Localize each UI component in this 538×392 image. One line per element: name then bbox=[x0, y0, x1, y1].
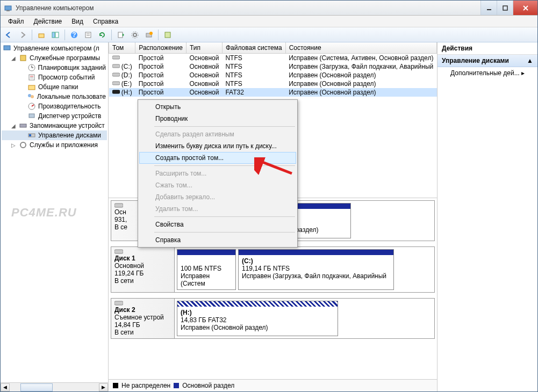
disk-partitions: 100 МБ NTFSИсправен (Систем(C:)119,14 ГБ… bbox=[175, 247, 434, 292]
col-tom[interactable]: Том bbox=[109, 42, 135, 54]
svg-point-16 bbox=[149, 32, 153, 35]
titlebar: Управление компьютером bbox=[1, 1, 537, 16]
tree-item[interactable]: Диспетчер устройств bbox=[2, 111, 107, 121]
actions-header: Действия bbox=[437, 42, 537, 55]
menu-view[interactable]: Вид bbox=[67, 17, 88, 26]
svg-rect-26 bbox=[28, 85, 35, 90]
table-row[interactable]: (E:)ПростойОсновнойNTFSИсправен (Основно… bbox=[109, 79, 437, 88]
toolbar: ? bbox=[1, 27, 537, 42]
col-fs[interactable]: Файловая система bbox=[222, 42, 285, 54]
help-icon[interactable]: ? bbox=[68, 29, 80, 41]
tree-item[interactable]: Просмотр событий bbox=[2, 72, 107, 82]
scroll-thumb[interactable] bbox=[20, 383, 53, 391]
col-state[interactable]: Состояние bbox=[285, 42, 436, 54]
legend-unalloc-label: Не распределен bbox=[121, 382, 170, 389]
disk: Диск 1Основной119,24 ГБВ сети100 МБ NTFS… bbox=[111, 246, 435, 293]
tree-hscroll[interactable]: ◀ ▶ bbox=[1, 382, 108, 391]
export-list-icon[interactable] bbox=[115, 29, 127, 41]
partition[interactable]: (H:)14,83 ГБ FAT32Исправен (Основной раз… bbox=[177, 301, 338, 336]
svg-rect-32 bbox=[20, 124, 26, 127]
tree-item[interactable]: ◢Запоминающие устройст bbox=[2, 121, 107, 130]
tree-item-label: Общие папки bbox=[38, 83, 78, 91]
view-icon[interactable] bbox=[162, 29, 174, 41]
tree-node-icon bbox=[27, 102, 36, 111]
disk-label: Диск 2Съемное устрой14,84 ГБВ сети bbox=[111, 299, 175, 338]
svg-rect-19 bbox=[20, 55, 26, 61]
tree-item-label: Запоминающие устройст bbox=[30, 122, 105, 129]
collapse-icon[interactable]: ◢ bbox=[10, 123, 17, 129]
ctx-extend: Расширить том... bbox=[139, 168, 296, 179]
maximize-button[interactable] bbox=[497, 1, 513, 15]
actions-band[interactable]: Управление дисками ▲ bbox=[437, 55, 537, 67]
scroll-left-button[interactable]: ◀ bbox=[1, 383, 10, 391]
tree-node-icon bbox=[19, 141, 27, 149]
minimize-button[interactable] bbox=[480, 1, 497, 15]
table-row[interactable]: (D:)ПростойОсновнойNTFSИсправен (Основно… bbox=[109, 71, 437, 79]
col-type[interactable]: Тип bbox=[186, 42, 222, 54]
refresh-icon[interactable] bbox=[96, 29, 108, 41]
table-row[interactable]: (C:)ПростойОсновнойNTFSИсправен (Загрузк… bbox=[109, 62, 437, 71]
ctx-shrink: Сжать том... bbox=[139, 179, 296, 191]
scroll-right-button[interactable]: ▶ bbox=[99, 383, 108, 391]
table-row[interactable]: (H:)ПростойОсновнойFAT32Исправен (Основн… bbox=[109, 88, 437, 97]
partition[interactable]: 100 МБ NTFSИсправен (Систем bbox=[177, 249, 236, 290]
menu-help[interactable]: Справка bbox=[89, 17, 123, 26]
svg-rect-40 bbox=[112, 90, 120, 93]
tree-item-label: Службы и приложения bbox=[30, 141, 98, 149]
close-button[interactable] bbox=[513, 1, 537, 15]
tree-item[interactable]: Планировщик заданий bbox=[2, 63, 107, 72]
legend: Не распределен Основной раздел bbox=[109, 379, 437, 391]
tree-item[interactable]: Локальные пользовате bbox=[2, 92, 107, 101]
tree-item-label: Локальные пользовате bbox=[37, 93, 106, 100]
ctx-explorer[interactable]: Проводник bbox=[139, 113, 296, 125]
ctx-change-letter[interactable]: Изменить букву диска или путь к диску... bbox=[139, 140, 296, 152]
show-hide-tree-button[interactable] bbox=[49, 29, 61, 41]
svg-rect-4 bbox=[39, 34, 44, 38]
svg-rect-38 bbox=[112, 73, 120, 76]
actions-pane: Действия Управление дисками ▲ Дополнител… bbox=[437, 42, 537, 391]
ctx-help[interactable]: Справка bbox=[139, 234, 296, 246]
forward-button[interactable] bbox=[17, 29, 28, 41]
watermark: PC4ME.RU bbox=[11, 206, 77, 220]
tree-item-label: Диспетчер устройств bbox=[38, 112, 101, 120]
menu-file[interactable]: Файл bbox=[4, 17, 28, 26]
navigation-tree[interactable]: Управление компьютером (л ◢Служебные про… bbox=[1, 42, 109, 391]
ctx-add-mirror: Добавить зеркало... bbox=[139, 191, 296, 203]
ctx-open[interactable]: Открыть bbox=[139, 101, 296, 113]
menubar: Файл Действие Вид Справка bbox=[1, 16, 537, 27]
volumes-table[interactable]: Том Расположение Тип Файловая система Со… bbox=[109, 42, 437, 97]
tree-item[interactable]: Управление дисками bbox=[2, 130, 107, 140]
table-row[interactable]: ПростойОсновнойNTFSИсправен (Система, Ак… bbox=[109, 54, 437, 63]
context-menu: Открыть Проводник Сделать раздел активны… bbox=[138, 99, 298, 248]
collapse-icon[interactable]: ◢ bbox=[10, 55, 17, 61]
tree-item-label: Просмотр событий bbox=[38, 74, 95, 81]
tree-root-label: Управление компьютером (л bbox=[13, 45, 99, 52]
tree-item[interactable]: ◢Служебные программы bbox=[2, 53, 107, 63]
menu-action[interactable]: Действие bbox=[30, 17, 67, 26]
ctx-properties[interactable]: Свойства bbox=[139, 219, 296, 230]
disk: Диск 2Съемное устрой14,84 ГБВ сети(H:)14… bbox=[111, 298, 435, 339]
disk-partitions: (H:)14,83 ГБ FAT32Исправен (Основной раз… bbox=[175, 299, 434, 338]
tree-item-label: Производительность bbox=[38, 103, 101, 110]
ctx-make-active: Сделать раздел активным bbox=[139, 128, 296, 140]
tree-item[interactable]: Общие папки bbox=[2, 82, 107, 92]
back-button[interactable] bbox=[3, 29, 15, 41]
actions-more-label: Дополнительные дей... bbox=[450, 69, 520, 77]
up-button[interactable] bbox=[35, 29, 47, 41]
settings-icon[interactable] bbox=[129, 29, 141, 41]
actions-more[interactable]: Дополнительные дей... ▸ bbox=[437, 67, 537, 79]
ctx-create-simple-volume[interactable]: Создать простой том... bbox=[139, 152, 296, 164]
collapse-icon[interactable]: ▲ bbox=[527, 57, 533, 64]
col-layout[interactable]: Расположение bbox=[135, 42, 186, 54]
legend-primary-swatch bbox=[174, 383, 179, 388]
tree-item[interactable]: ▷Службы и приложения bbox=[2, 140, 107, 150]
partition[interactable]: (C:)119,14 ГБ NTFSИсправен (Загрузка, Фа… bbox=[238, 249, 394, 290]
disk-icon bbox=[112, 63, 120, 69]
svg-rect-41 bbox=[114, 204, 123, 207]
window-title: Управление компьютером bbox=[16, 4, 480, 12]
tree-root[interactable]: Управление компьютером (л bbox=[2, 43, 107, 53]
svg-rect-34 bbox=[29, 134, 31, 136]
properties-icon[interactable] bbox=[82, 29, 94, 41]
action-icon[interactable] bbox=[143, 29, 155, 41]
tree-item[interactable]: Производительность bbox=[2, 101, 107, 111]
